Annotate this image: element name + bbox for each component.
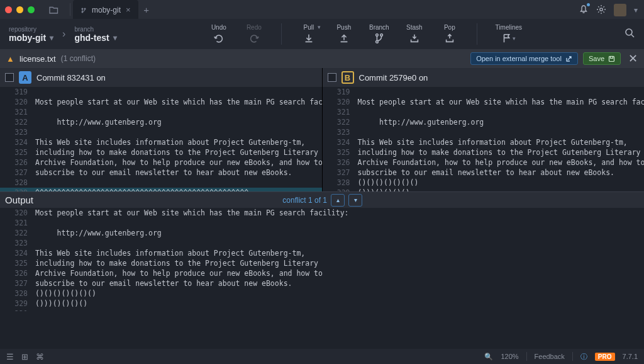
divider bbox=[477, 23, 477, 45]
code-line: 323 bbox=[0, 127, 322, 137]
code-line: 324This Web site includes information ab… bbox=[323, 137, 645, 147]
search-icon[interactable] bbox=[624, 27, 635, 42]
pull-button[interactable]: Pull ▾ bbox=[296, 24, 322, 45]
branch-icon bbox=[80, 7, 87, 13]
code-line: 325including how to make donations to th… bbox=[0, 147, 322, 157]
pop-button[interactable]: Pop bbox=[436, 24, 463, 45]
open-external-button[interactable]: Open in external merge tool bbox=[470, 52, 578, 65]
pane-a-header: A Commit 832431 on bbox=[0, 68, 322, 87]
warning-icon: ▲ bbox=[6, 54, 14, 64]
divider bbox=[526, 352, 527, 361]
code-line: 324This Web site includes information ab… bbox=[0, 137, 322, 147]
pro-badge: PRO bbox=[595, 353, 615, 361]
titlebar-actions: ▾ bbox=[579, 4, 638, 16]
titlebar: moby-git × + ▾ bbox=[0, 0, 644, 19]
pane-b-checkbox[interactable] bbox=[328, 73, 336, 82]
main-toolbar: Undo Redo Pull ▾ Push Branch Stash Pop bbox=[206, 23, 526, 45]
pane-b-label: Commit 2579e0 on bbox=[359, 73, 428, 82]
branch-crumb-value: ghd-test bbox=[74, 33, 109, 43]
divider bbox=[572, 352, 573, 361]
save-icon bbox=[608, 55, 615, 62]
chevron-down-icon: ▾ bbox=[50, 33, 53, 42]
svg-rect-9 bbox=[611, 56, 613, 58]
close-icon[interactable]: × bbox=[126, 5, 131, 14]
repo-crumb[interactable]: repository moby-git▾ bbox=[9, 26, 53, 43]
window-minimize-button[interactable] bbox=[16, 6, 23, 13]
branch-button[interactable]: Branch bbox=[366, 24, 392, 45]
tab-label: moby-git bbox=[92, 6, 121, 14]
push-icon bbox=[338, 32, 350, 45]
stash-icon bbox=[409, 32, 420, 45]
zoom-out-icon[interactable]: 🔍 bbox=[484, 353, 493, 361]
gear-icon[interactable] bbox=[596, 4, 606, 16]
code-line: 327subscribe to our email newsletter to … bbox=[0, 278, 644, 288]
conflict-filename: license.txt bbox=[19, 54, 56, 64]
redo-icon bbox=[248, 32, 260, 45]
window-maximize-button[interactable] bbox=[28, 6, 35, 13]
folder-icon[interactable] bbox=[43, 3, 64, 16]
flag-icon: ▾ bbox=[501, 32, 516, 45]
divider bbox=[281, 23, 282, 45]
code-line: 326Archive Foundation, how to help produ… bbox=[323, 157, 645, 168]
output-code[interactable]: 320Most people start at our Web site whi… bbox=[0, 208, 644, 311]
stash-button[interactable]: Stash bbox=[401, 24, 428, 45]
chevron-down-icon: ▾ bbox=[113, 33, 117, 42]
pane-a-code[interactable]: 319320Most people start at our Web site … bbox=[0, 87, 322, 191]
prev-conflict-button[interactable]: ▴ bbox=[331, 194, 345, 207]
pane-a-checkbox[interactable] bbox=[5, 73, 14, 82]
svg-point-4 bbox=[375, 33, 378, 36]
statusbar: ☰ ⊞ ⌘ 🔍 120% Feedback ⓘ PRO 7.7.1 bbox=[0, 349, 644, 364]
branch-crumb[interactable]: branch ghd-test▾ bbox=[74, 26, 116, 43]
svg-point-7 bbox=[626, 29, 632, 35]
terminal-icon[interactable]: ⌘ bbox=[36, 352, 44, 361]
pop-icon bbox=[444, 32, 455, 45]
pane-a-label: Commit 832431 on bbox=[36, 73, 106, 82]
close-icon[interactable]: ✕ bbox=[628, 52, 638, 65]
info-icon[interactable]: ⓘ bbox=[580, 352, 587, 361]
code-line: 322 http://www.gutenberg.org bbox=[0, 117, 322, 127]
code-line: 326Archive Foundation, how to help produ… bbox=[0, 157, 322, 168]
new-tab-button[interactable]: + bbox=[138, 4, 155, 15]
code-line: 328()()()()()()() bbox=[0, 288, 644, 299]
svg-rect-8 bbox=[609, 56, 614, 61]
push-button[interactable]: Push bbox=[331, 24, 357, 45]
code-line: 320Most people start at our Web site whi… bbox=[0, 208, 644, 218]
avatar[interactable] bbox=[614, 4, 626, 16]
grid-icon[interactable]: ⊞ bbox=[21, 352, 28, 361]
undo-button[interactable]: Undo bbox=[206, 24, 232, 45]
code-line: 319 bbox=[323, 87, 645, 97]
code-line: 328 bbox=[0, 178, 322, 188]
code-line: 323 bbox=[0, 238, 644, 248]
list-icon[interactable]: ☰ bbox=[6, 352, 14, 361]
pane-b: B Commit 2579e0 on 319320Most people sta… bbox=[322, 68, 645, 191]
next-conflict-button[interactable]: ▾ bbox=[348, 194, 362, 207]
save-button[interactable]: Save bbox=[583, 52, 621, 65]
code-line: 321 bbox=[323, 107, 645, 117]
version-label: 7.7.1 bbox=[623, 353, 638, 360]
code-line: 320Most people start at our Web site whi… bbox=[0, 97, 322, 107]
code-line: 321 bbox=[0, 107, 322, 117]
feedback-link[interactable]: Feedback bbox=[535, 353, 565, 360]
pane-a-marker: A bbox=[19, 71, 31, 84]
code-line: 329^^^^^^^^^^^^^^^^^^^^^^^^^^^^^^^^^^^^^… bbox=[0, 188, 322, 191]
code-line: 326Archive Foundation, how to help produ… bbox=[0, 268, 644, 278]
output-title: Output bbox=[5, 195, 33, 205]
window-close-button[interactable] bbox=[5, 6, 12, 13]
code-line: 325including how to make donations to th… bbox=[0, 258, 644, 268]
zoom-level: 120% bbox=[501, 353, 518, 360]
code-line: 329()))()()()() bbox=[0, 299, 644, 309]
pane-b-code[interactable]: 319320Most people start at our Web site … bbox=[323, 87, 645, 191]
branch-crumb-label: branch bbox=[74, 26, 94, 33]
notifications-icon[interactable] bbox=[579, 4, 589, 16]
code-line: 325including how to make donations to th… bbox=[323, 147, 645, 157]
tab-repo[interactable]: moby-git × bbox=[73, 0, 138, 19]
pane-b-header: B Commit 2579e0 on bbox=[323, 68, 645, 87]
code-line: 319 bbox=[0, 87, 322, 97]
redo-button[interactable]: Redo bbox=[241, 24, 267, 45]
timelines-button[interactable]: Timelines ▾ bbox=[491, 24, 526, 45]
code-line: 329()))()()()() bbox=[323, 188, 645, 191]
undo-icon bbox=[213, 32, 225, 45]
code-line: 322 http://www.gutenberg.org bbox=[323, 117, 645, 127]
chevron-down-icon[interactable]: ▾ bbox=[634, 6, 638, 14]
diff-panes: A Commit 832431 on 319320Most people sta… bbox=[0, 68, 644, 191]
